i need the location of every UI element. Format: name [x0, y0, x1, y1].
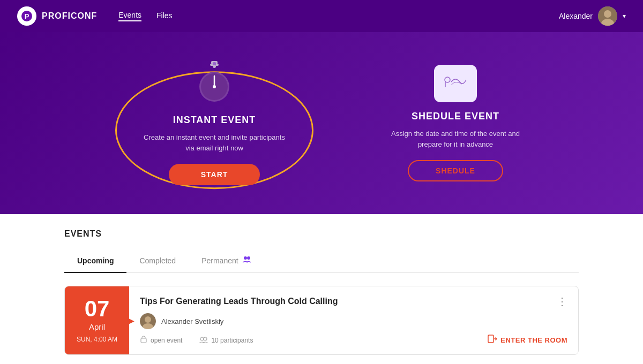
event-name: Tips For Generating Leads Through Cold C… [140, 297, 338, 306]
event-meta-row: open event 10 participants [140, 335, 567, 346]
chevron-down-icon: ▾ [623, 12, 626, 20]
participants-label: 10 participants [211, 337, 253, 344]
user-area[interactable]: Alexander ▾ [559, 6, 626, 26]
hero-section: INSTANT EVENT Create an instant event an… [0, 32, 643, 214]
enter-room-icon [488, 335, 497, 346]
instant-event-desc: Create an instant event and invite parti… [139, 132, 289, 153]
svg-rect-24 [488, 335, 494, 343]
enter-room-label: ENTER THE ROOM [500, 336, 567, 344]
open-event-icon [140, 336, 147, 345]
enter-room-button[interactable]: ENTER THE ROOM [488, 335, 567, 346]
svg-point-23 [204, 337, 207, 340]
schedule-event-card: SHEDULE EVENT Assign the date and time o… [380, 65, 530, 181]
events-section: EVENTS Upcoming Completed Permanent 07 [0, 214, 643, 364]
svg-point-22 [200, 337, 204, 340]
schedule-event-desc: Assign the date and time of the event an… [391, 128, 520, 149]
logo-text: PROFICONF [42, 11, 97, 21]
svg-point-8 [213, 65, 216, 68]
logo-icon: P [17, 6, 36, 26]
user-name: Alexander [559, 12, 593, 20]
event-type: open event [140, 336, 182, 345]
participants: 10 participants [199, 336, 253, 345]
events-section-title: EVENTS [64, 229, 579, 239]
schedule-button[interactable]: SHEDULE [408, 160, 503, 181]
svg-point-12 [213, 85, 216, 88]
permanent-icon [242, 255, 251, 267]
instant-event-card: INSTANT EVENT Create an instant event an… [113, 61, 316, 185]
event-date-block: 07 April SUN, 4:00 AM [65, 286, 129, 354]
svg-rect-13 [439, 70, 472, 97]
main-nav: Events Files [118, 11, 172, 21]
event-menu-button[interactable]: ⋮ [557, 295, 567, 308]
svg-text:P: P [25, 12, 29, 20]
schedule-event-title: SHEDULE EVENT [412, 111, 499, 122]
tab-completed[interactable]: Completed [126, 249, 189, 273]
schedule-icon [434, 65, 477, 102]
event-card: 07 April SUN, 4:00 AM Tips For Generatin… [64, 286, 579, 355]
svg-point-17 [247, 256, 250, 260]
nav-files[interactable]: Files [156, 11, 173, 21]
header: P PROFICONF Events Files Alexander ▾ [0, 0, 643, 32]
avatar [598, 6, 617, 26]
event-type-label: open event [151, 337, 182, 344]
host-name: Alexander Svetliskiy [161, 317, 223, 325]
tab-permanent[interactable]: Permanent [189, 249, 264, 273]
event-title-row: Tips For Generating Leads Through Cold C… [140, 295, 567, 308]
host-avatar [140, 313, 156, 329]
nav-events[interactable]: Events [118, 11, 141, 21]
svg-point-19 [145, 316, 151, 323]
event-month: April [89, 322, 105, 331]
events-tabs: Upcoming Completed Permanent [64, 249, 579, 273]
start-button[interactable]: START [169, 164, 260, 185]
event-details: Tips For Generating Leads Through Cold C… [129, 286, 578, 354]
tab-upcoming[interactable]: Upcoming [64, 249, 126, 273]
event-dow-time: SUN, 4:00 AM [77, 336, 117, 343]
svg-point-3 [604, 10, 611, 18]
event-host-row: Alexander Svetliskiy [140, 313, 567, 329]
svg-rect-21 [141, 338, 146, 343]
participants-icon [199, 336, 208, 345]
logo-area: P PROFICONF [17, 6, 97, 26]
timer-icon [196, 61, 233, 106]
event-day: 07 [85, 298, 110, 320]
instant-event-title: INSTANT EVENT [173, 115, 256, 126]
svg-point-16 [244, 256, 247, 260]
